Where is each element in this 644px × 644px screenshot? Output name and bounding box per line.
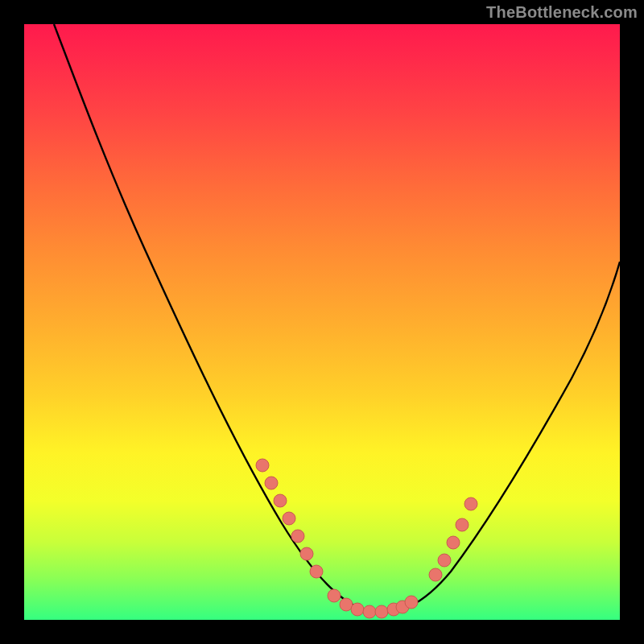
marker-group-bottom xyxy=(328,589,418,618)
marker-dot xyxy=(464,497,477,510)
marker-dot xyxy=(438,554,451,567)
marker-dot xyxy=(351,603,364,616)
marker-dot xyxy=(328,589,341,602)
marker-dot xyxy=(456,518,469,531)
marker-dot xyxy=(300,547,313,560)
marker-dot xyxy=(363,605,376,618)
marker-dot xyxy=(265,477,278,489)
marker-dot xyxy=(291,530,304,543)
chart-frame xyxy=(24,24,620,620)
watermark-text: TheBottleneck.com xyxy=(486,3,638,22)
marker-dot xyxy=(274,494,287,507)
marker-dot xyxy=(310,565,323,578)
curve-path xyxy=(54,24,620,613)
marker-group-left xyxy=(256,459,323,578)
marker-dot xyxy=(405,596,418,609)
marker-dot xyxy=(447,536,460,549)
marker-dot xyxy=(283,512,295,525)
bottleneck-curve xyxy=(24,24,620,620)
marker-dot xyxy=(429,568,442,581)
marker-dot xyxy=(375,605,388,618)
marker-dot xyxy=(256,459,269,472)
